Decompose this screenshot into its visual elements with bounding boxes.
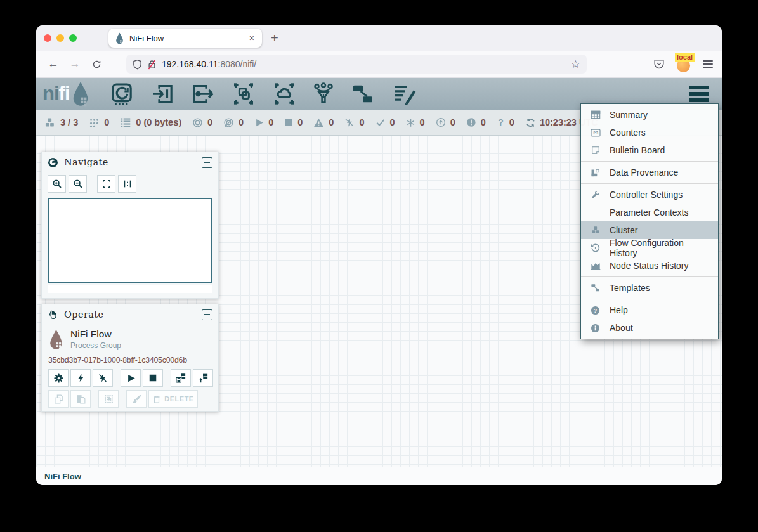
group-button[interactable] (98, 390, 119, 408)
status-running: 0 (254, 117, 273, 127)
nifi-favicon (115, 32, 124, 44)
global-menu-icon[interactable] (686, 83, 712, 105)
processor-icon[interactable] (109, 81, 134, 107)
operate-header: Operate (42, 304, 218, 325)
breadcrumb[interactable]: NiFi Flow (44, 472, 81, 481)
menu-item-node-status-history[interactable]: Node Status History (581, 257, 718, 275)
color-button[interactable] (126, 390, 147, 408)
save-template-button[interactable] (171, 369, 191, 387)
browser-window: NiFi Flow × + ← → (36, 25, 722, 485)
status-stale: 0 (436, 117, 455, 127)
menu-separator (581, 183, 718, 184)
menu-item-summary[interactable]: Summary (581, 106, 718, 124)
stop-icon (148, 373, 157, 382)
paintbrush-icon (131, 394, 142, 405)
zoom-actual-size-button[interactable] (118, 175, 136, 193)
birdseye-strip (48, 285, 212, 293)
status-active-threads: 0 (89, 117, 109, 128)
invalid-warning-icon (313, 118, 324, 127)
bookmark-star-icon[interactable]: ☆ (571, 58, 580, 71)
insecure-lock-icon[interactable] (147, 59, 157, 70)
configure-button[interactable] (48, 369, 69, 387)
birdseye-minimap[interactable] (48, 198, 212, 283)
screenshot-stage: NiFi Flow × + ← → (0, 0, 758, 532)
template-icon[interactable] (350, 81, 376, 107)
tab-title: NiFi Flow (129, 34, 248, 43)
remote-process-group-icon[interactable] (271, 81, 297, 107)
enable-button[interactable] (70, 369, 91, 387)
menu-item-help[interactable]: ? Help (581, 301, 718, 319)
zoom-out-button[interactable] (69, 175, 87, 193)
menu-item-cluster[interactable]: Cluster (581, 221, 718, 239)
maximize-window-button[interactable] (69, 34, 77, 42)
disable-button[interactable] (93, 369, 113, 387)
close-tab-icon[interactable]: × (248, 33, 256, 43)
history-icon (589, 243, 601, 253)
browser-tab-bar: NiFi Flow × + (36, 25, 722, 51)
nifi-logo-fi: fi (59, 82, 70, 105)
selected-component-type: Process Group (70, 341, 121, 350)
group-selection-icon (103, 394, 114, 405)
play-icon (126, 373, 136, 383)
output-port-icon[interactable] (190, 81, 216, 107)
bolt-icon (76, 373, 86, 383)
wrench-icon (589, 190, 601, 200)
selected-component-id: 35cbd3b7-017b-1000-8bff-1c3405c00d6b (42, 350, 218, 369)
url-bar[interactable]: 192.168.40.11:8080/nifi/ ☆ (126, 55, 587, 74)
process-group-icon[interactable] (231, 81, 256, 107)
minimize-window-button[interactable] (56, 34, 64, 42)
zoom-fit-button[interactable] (97, 175, 115, 193)
refresh-icon[interactable] (525, 117, 536, 128)
delete-button[interactable]: DELETE (148, 390, 198, 408)
menu-item-templates[interactable]: Templates (581, 279, 718, 297)
shield-icon[interactable] (133, 59, 142, 70)
compass-icon (48, 157, 58, 168)
menu-item-label: Templates (610, 283, 650, 293)
sticky-note-icon (589, 146, 601, 155)
delete-label: DELETE (164, 395, 193, 403)
paste-button[interactable] (70, 390, 91, 408)
menu-item-counters[interactable]: 23 Counters (581, 124, 718, 141)
pocket-icon[interactable] (653, 59, 665, 70)
navigate-collapse-button[interactable] (202, 157, 212, 168)
status-cluster: 3 / 3 (44, 117, 78, 128)
check-icon (376, 118, 386, 127)
status-up-to-date: 0 (376, 117, 395, 127)
start-button[interactable] (121, 369, 141, 387)
status-disabled: 0 (344, 117, 364, 127)
account-avatar[interactable]: local (676, 56, 691, 72)
queued-list-icon (120, 117, 131, 127)
container-tab-badge: local (675, 53, 695, 62)
menu-item-bulletin-board[interactable]: Bulletin Board (581, 141, 718, 159)
menu-item-controller-settings[interactable]: Controller Settings (581, 186, 718, 204)
funnel-icon[interactable] (312, 81, 335, 107)
browser-menu-icon[interactable] (703, 60, 713, 68)
browser-tab[interactable]: NiFi Flow × (108, 29, 262, 48)
component-toolbar (109, 81, 417, 107)
hand-icon (48, 309, 58, 320)
stop-button[interactable] (143, 369, 163, 387)
menu-item-about[interactable]: About (581, 319, 718, 337)
menu-item-label: Counters (610, 127, 646, 138)
operate-collapse-button[interactable] (202, 309, 212, 320)
svg-text:?: ? (594, 307, 597, 313)
status-locally-modified-stale: 0 (466, 117, 486, 127)
new-tab-button[interactable]: + (271, 32, 278, 44)
upload-template-icon (197, 372, 209, 384)
label-icon[interactable] (391, 81, 417, 107)
copy-button[interactable] (48, 390, 69, 408)
zoom-in-button[interactable] (48, 175, 66, 193)
upload-template-button[interactable] (193, 369, 213, 387)
save-template-icon (175, 372, 186, 384)
stale-up-arrow-icon (436, 117, 446, 127)
menu-item-parameter-contexts[interactable]: Parameter Contexts (581, 204, 718, 221)
operate-panel: Operate NiFi Flow Process Group 35cbd3b7… (41, 304, 219, 412)
close-window-button[interactable] (44, 34, 51, 42)
menu-item-data-provenance[interactable]: Data Provenance (581, 164, 718, 181)
back-icon[interactable]: ← (45, 56, 62, 72)
menu-item-flow-configuration-history[interactable]: Flow Configuration History (581, 239, 718, 257)
menu-item-label: Parameter Contexts (610, 207, 689, 217)
input-port-icon[interactable] (150, 81, 175, 107)
reload-icon[interactable] (88, 56, 105, 72)
forward-icon[interactable]: → (67, 56, 83, 72)
